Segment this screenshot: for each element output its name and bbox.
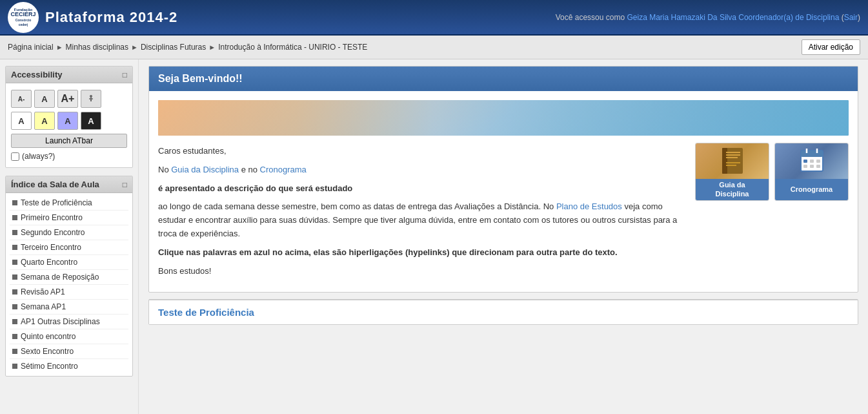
content-area: Seja Bem-vindo!! (139, 59, 868, 414)
cronograma-card-label: Cronograma (775, 179, 848, 200)
nav-bullet (12, 319, 17, 324)
nav-link-setimo[interactable]: Sétimo Encontro (21, 362, 78, 371)
acc-smaller-button[interactable]: A- (11, 90, 32, 108)
accessibility-block: Accessibility □ A- A A+ (5, 66, 133, 168)
cronograma-card-image (775, 143, 848, 179)
nav-bullet (12, 245, 17, 250)
acc-icon-svg (86, 94, 96, 103)
svg-rect-14 (803, 160, 807, 163)
cronograma-link[interactable]: Cronograma (260, 165, 307, 174)
sidebar-nav-collapse-icon[interactable]: □ (123, 180, 127, 189)
bons-estudos-text: Bons estudos! (158, 265, 681, 278)
teste-block: Teste de Proficiência (148, 299, 858, 325)
nav-bullet (12, 289, 17, 295)
acc-color-default-button[interactable]: A (11, 112, 32, 130)
nav-link-semana-ap1[interactable]: Semana AP1 (21, 302, 66, 311)
list-item: Quarto Encontro (10, 255, 128, 270)
nav-link-ap1-outras[interactable]: AP1 Outras Disciplinas (21, 317, 100, 326)
teste-section-header: Teste de Proficiência (149, 300, 858, 324)
sep1: ► (56, 43, 63, 51)
acc-color-black-button[interactable]: A (81, 112, 101, 130)
svg-rect-17 (803, 165, 807, 168)
sidebar-nav-list: Teste de Proficiência Primeiro Encontro … (10, 196, 128, 373)
nav-link-quarto[interactable]: Quarto Encontro (21, 258, 77, 267)
list-item: Segundo Encontro (10, 225, 128, 240)
cronograma-card[interactable]: Cronograma (774, 143, 849, 201)
svg-rect-16 (816, 160, 820, 163)
acc-color-yellow-button[interactable]: A (34, 112, 55, 130)
sep3: ► (208, 43, 216, 51)
list-item: AP1 Outras Disciplinas (10, 315, 128, 329)
svg-rect-6 (726, 154, 740, 156)
list-item: Terceiro Encontro (10, 240, 128, 255)
logo-icon: FundaçãoCECIERJConsórcio cederj (8, 2, 39, 33)
sep2: ► (131, 43, 138, 51)
accessibility-title: Accessibility (11, 70, 63, 79)
nav-link-sexto[interactable]: Sexto Encontro (21, 347, 74, 356)
accessibility-collapse-icon[interactable]: □ (123, 70, 127, 79)
ativar-edicao-button[interactable]: Ativar edição (802, 39, 860, 55)
accessibility-body: A- A A+ A A A A (6, 83, 132, 167)
sidebar-nav-header: Índice da Sala de Aula □ (6, 176, 132, 193)
side-cards: Guia daDisciplina (695, 143, 849, 201)
nav-bullet (12, 274, 17, 280)
book-icon (720, 147, 745, 176)
nav-link-primeiro[interactable]: Primeiro Encontro (21, 213, 83, 222)
nav-bullet (12, 215, 17, 220)
greeting-text: Caros estudantes, (158, 145, 681, 158)
top-bar: FundaçãoCECIERJConsórcio cederj Platafor… (0, 0, 868, 36)
nav-link-revisao[interactable]: Revisão AP1 (21, 287, 65, 296)
launch-atbar-button[interactable]: Launch ATbar (11, 134, 127, 148)
guia-line: No Guia da Disciplina e no Cronograma (158, 163, 681, 177)
nav-bullet (12, 304, 17, 309)
nav-link-semana-rep[interactable]: Semana de Reposição (21, 273, 99, 282)
list-item: Sexto Encontro (10, 344, 128, 359)
guia-card-image (696, 143, 769, 179)
nav-link-teste[interactable]: Teste de Proficiência (21, 198, 92, 207)
breadcrumb-home[interactable]: Página inicial (8, 43, 54, 52)
descricao-line: é apresentado a descrição do que será es… (158, 182, 681, 196)
sidebar: Accessibility □ A- A A+ (0, 59, 139, 414)
breadcrumb: Página inicial ► Minhas disciplinas ► Di… (8, 43, 367, 52)
nav-bullet (12, 364, 17, 369)
acc-larger-button[interactable]: A+ (57, 90, 78, 108)
svg-rect-9 (726, 165, 736, 166)
user-name-link[interactable]: Geiza Maria Hamazaki Da Silva Coordenado… (627, 13, 840, 22)
sair-link[interactable]: Sair (844, 13, 858, 22)
svg-rect-7 (726, 157, 738, 158)
nav-link-quinto[interactable]: Quinto encontro (21, 332, 76, 341)
platform-title: Plataforma 2014-2 (45, 9, 177, 26)
nav-bullet (12, 334, 17, 339)
calendar-icon (799, 147, 825, 176)
nav-link-segundo[interactable]: Segundo Encontro (21, 228, 85, 237)
breadcrumb-current: Introdução à Informática - UNIRIO - TEST… (218, 43, 367, 52)
welcome-header: Seja Bem-vindo!! (149, 67, 858, 91)
list-item: Quinto encontro (10, 329, 128, 344)
list-item: Teste de Proficiência (10, 196, 128, 211)
always-checkbox[interactable] (11, 152, 19, 161)
list-item: Semana AP1 (10, 300, 128, 315)
plano-link[interactable]: Plano de Estudos (556, 202, 622, 211)
list-item: Revisão AP1 (10, 285, 128, 300)
top-right-info: Você acessou como Geiza Maria Hamazaki D… (556, 13, 860, 22)
svg-rect-19 (816, 165, 820, 168)
svg-rect-8 (726, 162, 740, 163)
svg-point-0 (90, 95, 92, 98)
nav-bullet (12, 349, 17, 354)
breadcrumb-minhas[interactable]: Minhas disciplinas (66, 43, 128, 52)
acc-icon-button[interactable] (81, 90, 101, 108)
nav-link-terceiro[interactable]: Terceiro Encontro (21, 243, 81, 252)
acc-normal-button[interactable]: A (34, 90, 55, 108)
sidebar-nav-block: Índice da Sala de Aula □ Teste de Profic… (5, 176, 133, 377)
list-item: Semana de Reposição (10, 270, 128, 285)
guia-link[interactable]: Guia da Disciplina (171, 165, 239, 174)
svg-rect-15 (810, 160, 814, 163)
plano-line: ao longo de cada semana desse semestre, … (158, 200, 681, 240)
welcome-body: Guia daDisciplina (149, 91, 858, 292)
nav-bullet (12, 200, 17, 205)
logo-area: FundaçãoCECIERJConsórcio cederj Platafor… (8, 2, 177, 33)
guia-card[interactable]: Guia daDisciplina (695, 143, 769, 201)
acc-color-blue-button[interactable]: A (57, 112, 78, 130)
svg-rect-11 (801, 150, 823, 157)
breadcrumb-futuras[interactable]: Disciplinas Futuras (141, 43, 206, 52)
